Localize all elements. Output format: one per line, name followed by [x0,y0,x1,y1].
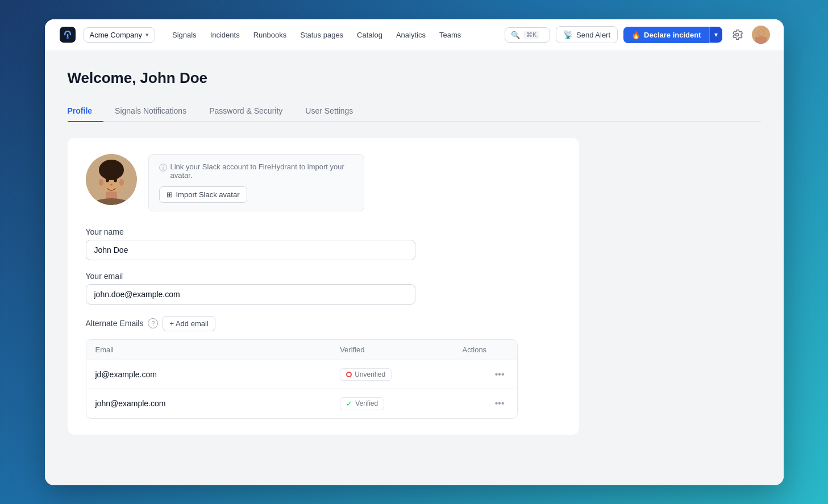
slack-info-box: ⓘ Link your Slack account to FireHydrant… [148,154,364,211]
search-kbd: ⌘K [523,31,539,39]
svg-rect-6 [755,37,767,44]
row-actions: ••• [462,397,507,410]
declare-incident-wrapper: 🔥 Declare incident ▾ [623,27,722,43]
tab-password-security[interactable]: Password & Security [198,101,294,122]
topbar: Acme Company ▾ Signals Incidents Runbook… [45,19,784,51]
declare-incident-dropdown[interactable]: ▾ [709,27,722,43]
company-name: Acme Company [90,31,142,39]
svg-point-18 [105,172,118,177]
nav-links: Signals Incidents Runbooks Status pages … [167,27,467,43]
info-icon: ⓘ [159,163,167,173]
name-label: Your name [86,227,561,236]
send-alert-button[interactable]: 📡 Send Alert [556,26,618,43]
unverified-icon [346,372,352,377]
verified-icon: ✓ [346,399,352,408]
app-logo[interactable] [59,26,77,44]
flame-icon: 🔥 [631,31,640,39]
settings-icon[interactable] [728,26,746,44]
verified-badge: ✓ Verified [340,397,384,410]
user-avatar-topbar[interactable] [752,26,770,44]
user-avatar [86,154,137,205]
nav-analytics[interactable]: Analytics [390,27,431,43]
avatar-row: ⓘ Link your Slack account to FireHydrant… [86,154,561,211]
email-field-group: Your email [86,272,561,305]
alternate-emails-table: Email Verified Actions jd@example.com Un… [86,339,518,419]
nav-incidents[interactable]: Incidents [205,27,246,43]
svg-point-11 [119,179,124,186]
svg-point-1 [66,37,69,39]
tab-signals-notifications[interactable]: Signals Notifications [103,101,198,122]
add-email-button[interactable]: + Add email [163,316,215,331]
help-icon[interactable]: ? [148,318,158,328]
verified-status: Unverified [340,368,462,381]
nav-runbooks[interactable]: Runbooks [248,27,293,43]
col-verified: Verified [340,345,462,354]
alternate-emails-label: Alternate Emails [86,319,144,328]
slack-info-text: ⓘ Link your Slack account to FireHydrant… [159,163,353,180]
declare-incident-button[interactable]: 🔥 Declare incident [623,27,709,43]
svg-point-4 [758,30,764,36]
row-actions-button[interactable]: ••• [492,397,508,410]
import-slack-avatar-button[interactable]: ⊞ Import Slack avatar [159,186,247,203]
row-actions-button[interactable]: ••• [492,368,508,381]
tabs: Profile Signals Notifications Password &… [68,101,761,122]
nav-catalog[interactable]: Catalog [351,27,388,43]
company-selector[interactable]: Acme Company ▾ [84,27,155,43]
grid-icon: ⊞ [167,190,173,199]
app-window: Acme Company ▾ Signals Incidents Runbook… [45,19,784,485]
email-address: john@example.com [95,399,340,408]
col-actions: Actions [462,345,507,354]
search-box[interactable]: 🔍 ⌘K [505,27,550,43]
svg-point-10 [99,179,103,186]
tab-profile[interactable]: Profile [68,101,104,122]
tab-user-settings[interactable]: User Settings [294,101,364,122]
name-field-group: Your name [86,227,561,260]
email-label: Your email [86,272,561,281]
table-header: Email Verified Actions [86,340,517,360]
topbar-right: 🔍 ⌘K 📡 Send Alert 🔥 Declare incident ▾ [505,26,769,44]
page-title: Welcome, John Doe [68,69,761,87]
verified-status: ✓ Verified [340,397,462,410]
chevron-down-icon: ▾ [145,31,149,39]
nav-signals[interactable]: Signals [167,27,202,43]
col-email: Email [95,345,340,354]
email-address: jd@example.com [95,370,340,379]
nav-teams[interactable]: Teams [434,27,467,43]
svg-point-17 [100,162,123,180]
svg-point-14 [110,184,113,185]
profile-section: ⓘ Link your Slack account to FireHydrant… [68,138,579,435]
row-actions: ••• [462,368,507,381]
unverified-badge: Unverified [340,368,392,381]
main-content: Welcome, John Doe Profile Signals Notifi… [45,51,784,485]
table-row: jd@example.com Unverified ••• [86,360,517,389]
nav-status-pages[interactable]: Status pages [294,27,349,43]
signal-icon: 📡 [563,30,573,39]
table-row: john@example.com ✓ Verified ••• [86,389,517,418]
email-input[interactable] [86,284,415,305]
search-icon: 🔍 [511,31,520,39]
alternate-emails-header: Alternate Emails ? + Add email [86,316,561,331]
name-input[interactable] [86,240,415,260]
